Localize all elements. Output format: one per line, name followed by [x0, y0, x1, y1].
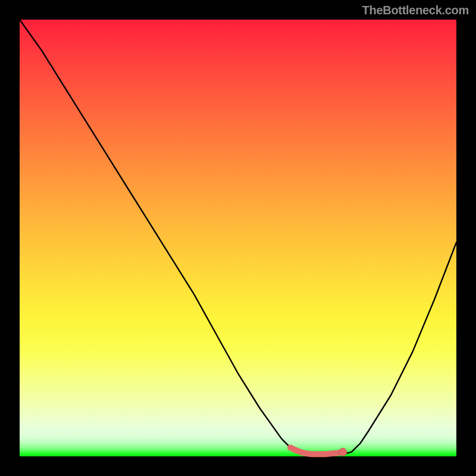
optimal-segment [290, 447, 343, 454]
watermark-text: TheBottleneck.com [362, 4, 469, 17]
chart-frame: TheBottleneck.com [0, 0, 476, 476]
curve-layer [20, 20, 456, 456]
optimal-point-marker [339, 448, 347, 456]
bottleneck-curve [20, 20, 456, 454]
svg-point-0 [339, 448, 347, 456]
